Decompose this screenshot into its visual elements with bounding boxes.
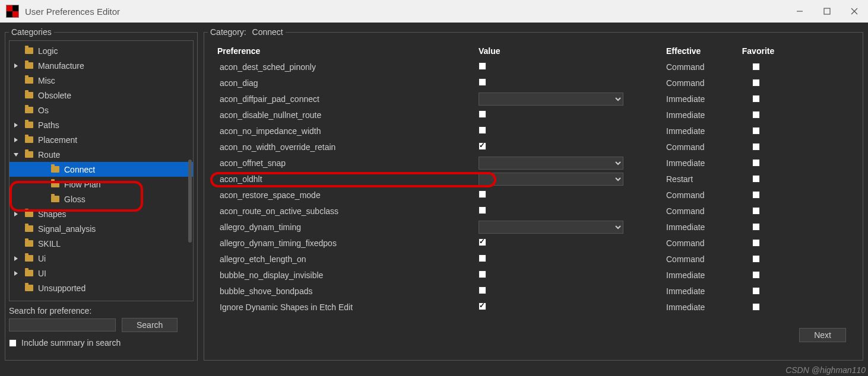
favorite-checkbox[interactable] bbox=[752, 287, 760, 295]
svg-marker-10 bbox=[14, 271, 18, 276]
folder-icon bbox=[25, 285, 33, 291]
chevron-right-icon[interactable] bbox=[13, 269, 21, 278]
value-dropdown[interactable] bbox=[479, 157, 623, 170]
tree-item-ui[interactable]: Ui bbox=[9, 251, 193, 266]
close-button[interactable] bbox=[841, 0, 868, 23]
chevron-right-icon[interactable] bbox=[13, 209, 21, 219]
category-label: Category: bbox=[210, 27, 246, 37]
favorite-checkbox[interactable] bbox=[752, 159, 760, 167]
value-checkbox[interactable] bbox=[479, 126, 486, 134]
value-checkbox[interactable] bbox=[479, 238, 486, 246]
favorite-checkbox[interactable] bbox=[752, 239, 760, 247]
maximize-button[interactable] bbox=[813, 0, 841, 23]
svg-marker-5 bbox=[14, 123, 18, 128]
minimize-button[interactable] bbox=[786, 0, 813, 23]
tree-item-route[interactable]: Route bbox=[9, 147, 193, 162]
pref-name: acon_restore_space_mode bbox=[217, 190, 479, 200]
effective-label: Command bbox=[666, 206, 737, 216]
pref-row: acon_no_impedance_widthImmediate bbox=[217, 123, 850, 139]
pref-row: acon_restore_space_modeCommand bbox=[217, 187, 850, 203]
value-checkbox[interactable] bbox=[479, 302, 486, 310]
chevron-right-icon[interactable] bbox=[13, 135, 21, 145]
tree-item-unsupported[interactable]: Unsupported bbox=[9, 281, 193, 295]
pref-row: acon_no_width_override_retainCommand bbox=[217, 139, 850, 155]
pref-name: allegro_dynam_timing_fixedpos bbox=[217, 238, 479, 248]
chevron-right-icon[interactable] bbox=[13, 120, 21, 130]
favorite-checkbox[interactable] bbox=[752, 223, 760, 231]
favorite-checkbox[interactable] bbox=[752, 95, 760, 103]
folder-icon bbox=[25, 107, 33, 113]
tree-item-placement[interactable]: Placement bbox=[9, 132, 193, 147]
effective-label: Command bbox=[666, 238, 737, 248]
favorite-checkbox[interactable] bbox=[752, 255, 760, 263]
tree-item-manufacture[interactable]: Manufacture bbox=[9, 58, 193, 73]
favorite-checkbox[interactable] bbox=[752, 127, 760, 135]
favorite-checkbox[interactable] bbox=[752, 111, 760, 119]
effective-label: Restart bbox=[666, 174, 737, 184]
tree-item-obsolete[interactable]: Obsolete bbox=[9, 88, 193, 103]
search-label: Search for preference: bbox=[9, 306, 194, 316]
value-checkbox[interactable] bbox=[479, 142, 486, 150]
preferences-panel: Category: Connect Preference Value Effec… bbox=[204, 27, 863, 361]
tree-item-os[interactable]: Os bbox=[9, 103, 193, 117]
pref-row: acon_diagCommand bbox=[217, 75, 850, 91]
effective-label: Command bbox=[666, 78, 737, 88]
search-button[interactable]: Search bbox=[122, 318, 178, 332]
scrollbar[interactable] bbox=[188, 160, 192, 243]
pref-name: bubble_shove_bondpads bbox=[217, 286, 479, 296]
folder-icon bbox=[25, 77, 33, 84]
tree-item-ui[interactable]: UI bbox=[9, 266, 193, 281]
tree-item-connect[interactable]: Connect bbox=[9, 162, 193, 177]
tree-item-shapes[interactable]: Shapes bbox=[9, 206, 193, 221]
effective-label: Command bbox=[666, 190, 737, 200]
tree-item-label: Obsolete bbox=[38, 91, 71, 100]
value-checkbox[interactable] bbox=[479, 270, 486, 278]
tree-item-gloss[interactable]: Gloss bbox=[9, 192, 193, 206]
favorite-checkbox[interactable] bbox=[752, 303, 760, 311]
favorite-checkbox[interactable] bbox=[752, 79, 760, 87]
chevron-down-icon[interactable] bbox=[13, 150, 21, 160]
value-checkbox[interactable] bbox=[479, 254, 486, 262]
pref-row: acon_dest_sched_pinonlyCommand bbox=[217, 59, 850, 75]
value-dropdown[interactable] bbox=[479, 93, 623, 106]
tree-item-label: UI bbox=[38, 269, 46, 278]
tree-item-skill[interactable]: SKILL bbox=[9, 236, 193, 251]
effective-label: Immediate bbox=[666, 302, 737, 312]
tree-item-label: Flow Plan bbox=[64, 180, 100, 189]
tree-item-label: Connect bbox=[64, 165, 95, 174]
category-tree[interactable]: LogicManufactureMiscObsoleteOsPathsPlace… bbox=[9, 40, 194, 301]
favorite-checkbox[interactable] bbox=[752, 271, 760, 279]
pref-name: allegro_dynam_timing bbox=[217, 222, 479, 232]
next-button[interactable]: Next bbox=[799, 328, 846, 342]
favorite-checkbox[interactable] bbox=[752, 191, 760, 199]
favorite-checkbox[interactable] bbox=[752, 207, 760, 215]
include-summary-checkbox[interactable] bbox=[9, 339, 17, 347]
value-checkbox[interactable] bbox=[479, 110, 486, 118]
tree-item-signal_analysis[interactable]: Signal_analysis bbox=[9, 221, 193, 236]
search-input[interactable] bbox=[9, 318, 116, 332]
value-checkbox[interactable] bbox=[479, 190, 486, 198]
value-checkbox[interactable] bbox=[479, 286, 486, 294]
favorite-checkbox[interactable] bbox=[752, 63, 760, 71]
value-dropdown[interactable] bbox=[479, 173, 623, 186]
chevron-right-icon[interactable] bbox=[13, 254, 21, 263]
tree-item-misc[interactable]: Misc bbox=[9, 73, 193, 88]
value-checkbox[interactable] bbox=[479, 206, 486, 214]
tree-item-label: Shapes bbox=[38, 209, 66, 219]
app-icon bbox=[6, 5, 19, 18]
value-checkbox[interactable] bbox=[479, 62, 486, 70]
value-dropdown[interactable] bbox=[479, 221, 623, 234]
effective-label: Immediate bbox=[666, 110, 737, 120]
tree-item-paths[interactable]: Paths bbox=[9, 117, 193, 132]
effective-label: Command bbox=[666, 62, 737, 72]
tree-item-flow-plan[interactable]: Flow Plan bbox=[9, 177, 193, 192]
folder-icon bbox=[25, 47, 33, 54]
pref-name: acon_no_impedance_width bbox=[217, 126, 479, 136]
tree-item-logic[interactable]: Logic bbox=[9, 43, 193, 58]
favorite-checkbox[interactable] bbox=[752, 143, 760, 151]
value-checkbox[interactable] bbox=[479, 78, 486, 86]
chevron-right-icon[interactable] bbox=[13, 61, 21, 71]
col-header-value: Value bbox=[479, 46, 666, 56]
favorite-checkbox[interactable] bbox=[752, 175, 760, 183]
folder-icon bbox=[25, 92, 33, 98]
